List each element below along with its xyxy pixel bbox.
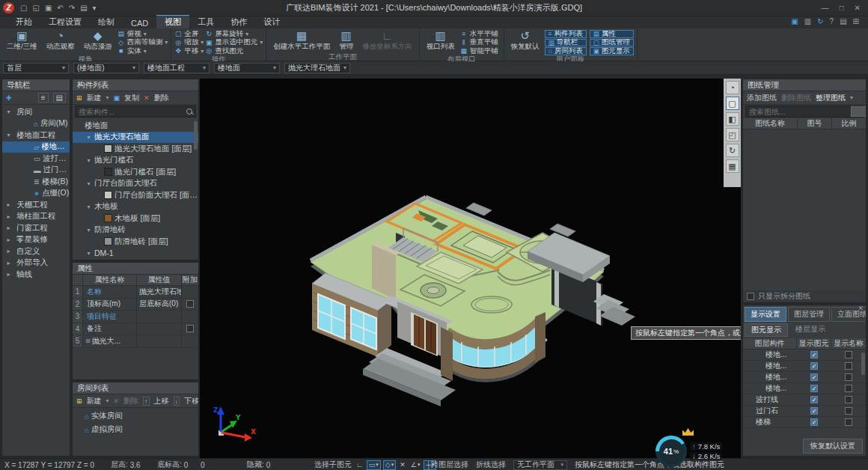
nav-tree-item[interactable]: ▸天棚工程 xyxy=(2,199,70,211)
select-subelement-button[interactable]: 选择子图元 xyxy=(314,459,352,470)
ribbon-tab[interactable]: 工具 xyxy=(189,16,222,28)
show-element-checkbox[interactable]: ✓ xyxy=(810,407,818,415)
scrollbar-thumb[interactable] xyxy=(194,121,198,150)
nav-tree-item[interactable]: ▸外部导入 xyxy=(2,257,70,269)
show-name-checkbox[interactable] xyxy=(845,351,852,358)
close-icon[interactable]: ✕ xyxy=(858,305,864,312)
component-search-input[interactable] xyxy=(79,108,186,116)
redo-icon[interactable]: ↷ xyxy=(69,4,75,12)
context-dropdown[interactable]: (楼地面)▾ xyxy=(73,63,139,73)
manage-workplane-button[interactable]: ▥管理 xyxy=(335,29,357,50)
deselect-icon[interactable]: ✕ xyxy=(398,460,407,470)
show-element-checkbox[interactable]: ✓ xyxy=(810,373,818,381)
undo-icon[interactable]: ↶ xyxy=(57,4,63,12)
show-name-checkbox[interactable] xyxy=(845,396,852,403)
show-name-checkbox[interactable] xyxy=(845,362,852,370)
list-view-icon[interactable]: ≡ xyxy=(38,93,49,103)
save-icon[interactable]: ▣ xyxy=(45,4,52,12)
grid-view-icon[interactable]: ▤ xyxy=(53,93,66,103)
rect-select-button[interactable]: ▭▾ xyxy=(367,460,381,470)
nav-tree-item[interactable]: ▭波打线(X) xyxy=(2,153,70,165)
show-name-checkbox[interactable] xyxy=(845,385,852,392)
panel-toggle-button[interactable]: ⌂房间列表 xyxy=(545,47,587,55)
organize-drawing-button[interactable]: 整理图纸 xyxy=(816,93,846,103)
component-tree-item[interactable]: ▾抛光门槛石 xyxy=(73,155,198,167)
move-up-button[interactable]: 上移 xyxy=(154,396,169,406)
ribbon-small-button[interactable]: ▣显示选中图元▾ xyxy=(205,39,263,47)
help-icon[interactable]: ? xyxy=(830,17,834,25)
ribbon-small-button[interactable]: ✥平移▾ xyxy=(174,47,204,55)
ribbon-small-button[interactable]: ‖垂直平铺 xyxy=(460,39,501,47)
show-element-checkbox[interactable]: ✓ xyxy=(810,396,818,403)
nav-tree-item[interactable]: ⌂房间(M) xyxy=(2,118,70,130)
property-row[interactable]: 2顶标高(m)层底标高(0) xyxy=(73,299,198,311)
extra-checkbox[interactable] xyxy=(186,300,194,308)
nav-tree-item[interactable]: ▬过门石(D) xyxy=(2,165,70,177)
restore-display-button[interactable]: 恢复默认设置 xyxy=(803,439,863,454)
polyline-select-button[interactable]: 折线选择 xyxy=(476,459,506,470)
component-tree-item[interactable]: 抛光大理石地面 [面层] xyxy=(73,143,198,155)
nav-tree-item[interactable]: ✶点缀(O) xyxy=(2,188,70,200)
component-tree-item[interactable]: 门厅台阶面大理石 [面层] xyxy=(73,189,198,201)
ribbon-tab[interactable]: 工程设置 xyxy=(40,16,90,28)
panel-toggle-button[interactable]: ▥导航栏 xyxy=(545,39,587,47)
orbit-tool-button[interactable]: ◔ xyxy=(726,81,739,94)
close-button[interactable]: ✕ xyxy=(855,4,861,12)
component-tree-item[interactable]: ▾抛光大理石地面 xyxy=(73,132,198,144)
ribbon-small-button[interactable]: ▤俯视▾ xyxy=(117,30,168,38)
nav-tree-item[interactable]: ▸自定义 xyxy=(2,245,70,257)
ribbon-small-button[interactable]: ◇西南等轴测▾ xyxy=(117,39,168,47)
drawing-table-body[interactable] xyxy=(743,129,866,290)
ribbon-small-button[interactable]: ◎查找图元 xyxy=(205,47,263,55)
display-row[interactable]: 楼地...✓ xyxy=(743,361,866,372)
component-tree-item[interactable]: ▾木地板 xyxy=(73,201,198,213)
nav-tree-item[interactable]: ▾楼地面工程 xyxy=(2,129,70,141)
display-row[interactable]: 楼地...✓ xyxy=(743,350,866,361)
show-element-checkbox[interactable]: ✓ xyxy=(810,362,818,370)
extra-checkbox[interactable] xyxy=(186,325,194,332)
move-down-button[interactable]: 下移 xyxy=(184,396,199,406)
pin-panel-icon[interactable]: ▤ xyxy=(840,17,846,25)
component-tree-item[interactable]: DM-1 [面层] xyxy=(73,259,198,260)
rotate-view-button[interactable]: ↻ xyxy=(726,144,739,157)
restore-default-button[interactable]: ↺恢复默认 xyxy=(507,29,543,50)
flat-view-button[interactable]: ▢ xyxy=(726,97,739,110)
viewport-3d[interactable]: X Y Z 按鼠标左键指定第一个角点，或选取构件图元 ◔ ▢ ◧ ◰ ↻ ▦ xyxy=(200,79,741,458)
customize-toolbar-icon[interactable]: ▾ xyxy=(93,4,97,12)
cube-view2-button[interactable]: ◰ xyxy=(726,128,739,141)
room-item[interactable]: ⌂虚拟房间 xyxy=(73,423,198,436)
component-tree-item[interactable]: 抛光门槛石 [面层] xyxy=(73,166,198,178)
print-icon[interactable]: ▤ xyxy=(80,4,87,12)
context-dropdown[interactable]: 首层▾ xyxy=(3,63,69,73)
display-row[interactable]: 波打线✓ xyxy=(743,394,866,406)
scrollbar-thumb[interactable] xyxy=(861,352,865,375)
show-element-checkbox[interactable]: ✓ xyxy=(810,418,818,426)
drawing-search-input[interactable] xyxy=(749,108,848,116)
ribbon-tab[interactable]: 设计 xyxy=(255,16,288,28)
delete-component-button[interactable]: 删除 xyxy=(154,93,169,103)
ribbon-small-button[interactable]: ≡水平平铺 xyxy=(460,30,501,38)
new-component-button[interactable]: 新建 xyxy=(87,93,102,103)
display-row[interactable]: 楼梯✓ xyxy=(743,417,866,428)
component-tree-item[interactable]: ▾门厅台阶面大理石 xyxy=(73,178,198,190)
snap-mode-button[interactable]: ◇▾ xyxy=(383,460,396,470)
display-row[interactable]: 楼地...✓ xyxy=(743,383,866,394)
chevron-down-icon[interactable]: ▾ xyxy=(106,397,109,404)
only-split-checkbox[interactable] xyxy=(747,293,754,300)
nav-tree-item[interactable]: ▱楼地面(F) xyxy=(2,141,70,153)
display-row[interactable]: 楼地...✓ xyxy=(743,372,866,383)
cube-view-button[interactable]: ◧ xyxy=(726,112,739,126)
nav-tree-item[interactable]: ▸零星装修 xyxy=(2,234,70,246)
copy-component-button[interactable]: 复制 xyxy=(124,93,139,103)
component-tree-item[interactable]: ▾防滑地砖 xyxy=(73,225,198,236)
grid-view-button[interactable]: ▦ xyxy=(726,159,739,173)
ribbon-small-button[interactable]: ▢全屏 xyxy=(174,30,204,38)
component-tree-item[interactable]: 楼地面 xyxy=(73,120,198,132)
property-row[interactable]: 3项目特征 xyxy=(73,311,198,323)
new-file-icon[interactable]: ▢ xyxy=(20,4,27,12)
minimize-button[interactable]: — xyxy=(822,4,829,12)
property-row[interactable]: 1名称抛光大理石地面 xyxy=(73,286,198,299)
2d-3d-button[interactable]: ▣二维/三维 xyxy=(3,29,41,50)
ribbon-tab[interactable]: 协作 xyxy=(222,16,255,28)
show-name-checkbox[interactable] xyxy=(845,373,852,381)
